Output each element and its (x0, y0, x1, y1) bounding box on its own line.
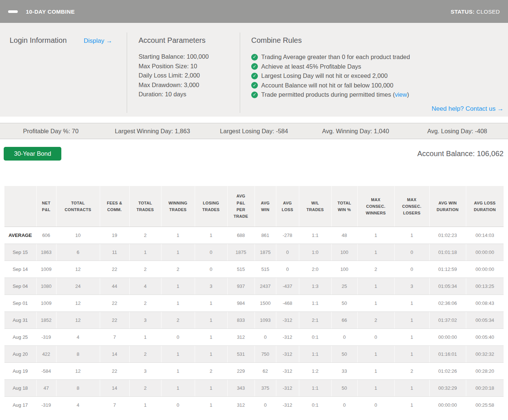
cell: 1 (195, 396, 227, 413)
cell: 01:02:26 (429, 362, 466, 379)
column-header (4, 186, 36, 227)
check-circle-icon: ✓ (251, 73, 258, 79)
cell: 515 (227, 261, 255, 278)
cell: 50 (331, 295, 357, 311)
cell: 50 (331, 345, 357, 362)
cell: 0 (394, 244, 429, 261)
login-information-title: Login Information (10, 36, 67, 45)
table-row: Aug 25-319471013120-3120:100100:00:0000:… (4, 328, 504, 345)
cell: 8 (56, 379, 100, 396)
cell: 0 (276, 261, 299, 278)
column-header: TOTAL TRADES (129, 186, 161, 227)
cell: 01:37:02 (429, 311, 466, 328)
cell: 1 (394, 311, 429, 328)
status-value: CLOSED (477, 8, 500, 15)
product-tab-30-year-bond[interactable]: 30-Year Bond (4, 147, 61, 161)
collapse-minus-icon[interactable] (8, 10, 18, 13)
cell: 00:25:58 (466, 396, 504, 413)
cell: 00:05:40 (466, 328, 504, 345)
cell: 0 (161, 328, 195, 345)
rule-text: Account Balance will not hit or fall bel… (261, 81, 393, 90)
cell: 1 (129, 396, 161, 413)
cell: 2 (129, 379, 161, 396)
combine-rules-list: ✓ Trading Average greater than 0 for eac… (251, 52, 504, 100)
cell: 1 (357, 345, 394, 362)
cell: 00:32:29 (429, 379, 466, 396)
cell: 1 (195, 295, 227, 311)
cell: 984 (227, 295, 255, 311)
cell: 0 (161, 396, 195, 413)
cell: 25 (331, 278, 357, 295)
summary-stats-bar: Profitable Day %: 70 Largest Winning Day… (0, 123, 508, 139)
row-label: Sep 14 (4, 261, 36, 278)
cell: 44 (100, 278, 129, 295)
column-header: NET P&L (36, 186, 56, 227)
cell: 750 (255, 345, 276, 362)
cell: 00:00:00 (429, 396, 466, 413)
view-link[interactable]: view (395, 91, 407, 98)
cell: 00:14:03 (466, 227, 504, 244)
table-row: Aug 1847814211343375-3121:1501100:32:290… (4, 379, 504, 396)
cell: 312 (227, 328, 255, 345)
login-information-section: Login Information Display → (0, 32, 127, 113)
cell: 0 (394, 261, 429, 278)
cell: 62 (255, 362, 276, 379)
stat-text: Largest Winning Day: 1,863 (115, 128, 190, 134)
column-header: W/L TRADES (299, 186, 331, 227)
cell: 19 (100, 227, 129, 244)
table-row: Sep 1518636111101875187501:01001001:01:1… (4, 244, 504, 261)
cell: 3 (394, 278, 429, 295)
cell: 1 (195, 379, 227, 396)
cell: 1:1 (299, 345, 331, 362)
column-header: FEES & COMM. (100, 186, 129, 227)
cell: 937 (227, 278, 255, 295)
cell: 22 (100, 295, 129, 311)
cell: 343 (227, 379, 255, 396)
cell: 66 (331, 311, 357, 328)
cell: 12 (56, 311, 100, 328)
stat-item: Avg. Winning Day: 1,040 (305, 128, 406, 135)
stat-item: Profitable Day %: 70 (0, 128, 102, 135)
row-label: Aug 19 (4, 362, 36, 379)
cell: 7 (100, 328, 129, 345)
column-header: TOTAL CONTRACTS (56, 186, 100, 227)
cell: 1 (394, 345, 429, 362)
cell: 0 (255, 396, 276, 413)
cell: -319 (36, 328, 56, 345)
contact-us-link[interactable]: Need help? Contact us → (432, 105, 504, 112)
combine-rule-item: ✓ Largest Losing Day will not hit or exc… (251, 71, 504, 81)
table-row: Aug 31185212223218331093-3122:1662101:37… (4, 311, 504, 328)
cell: 2437 (255, 278, 276, 295)
cell: 0:1 (299, 328, 331, 345)
column-header: AVG LOSS DURATION (466, 186, 504, 227)
cell: 2 (394, 362, 429, 379)
cell: 8 (56, 345, 100, 362)
cell: 01:05:34 (429, 278, 466, 295)
display-link[interactable]: Display → (84, 37, 112, 45)
cell: 1 (161, 345, 195, 362)
cell: 00:08:43 (466, 295, 504, 311)
cell: 24 (56, 278, 100, 295)
status-label: STATUS: (451, 8, 475, 15)
cell: 312 (227, 396, 255, 413)
cell: -584 (36, 362, 56, 379)
cell: 1 (394, 396, 429, 413)
row-label: Sep 04 (4, 278, 36, 295)
cell: -312 (276, 311, 299, 328)
cell: 1009 (36, 295, 56, 311)
status-badge: STATUS:CLOSED (451, 8, 500, 15)
stat-item: Largest Winning Day: 1,863 (102, 128, 203, 135)
table-row: Sep 01100912222119841500-4681:1501102:36… (4, 295, 504, 311)
stat-item: Largest Losing Day: -584 (203, 128, 305, 135)
stat-text: Largest Losing Day: -584 (220, 128, 288, 134)
stat-text: Profitable Day %: 70 (23, 128, 78, 134)
row-label: AVERAGE (4, 227, 36, 244)
cell: 2 (129, 295, 161, 311)
cell: 229 (227, 362, 255, 379)
account-parameters-section: Account Parameters Starting Balance: 100… (127, 32, 240, 113)
column-header: MAX CONSEC. LOSERS (394, 186, 429, 227)
cell: 1 (357, 379, 394, 396)
cell: 1863 (36, 244, 56, 261)
row-label: Sep 01 (4, 295, 36, 311)
cell: 833 (227, 311, 255, 328)
